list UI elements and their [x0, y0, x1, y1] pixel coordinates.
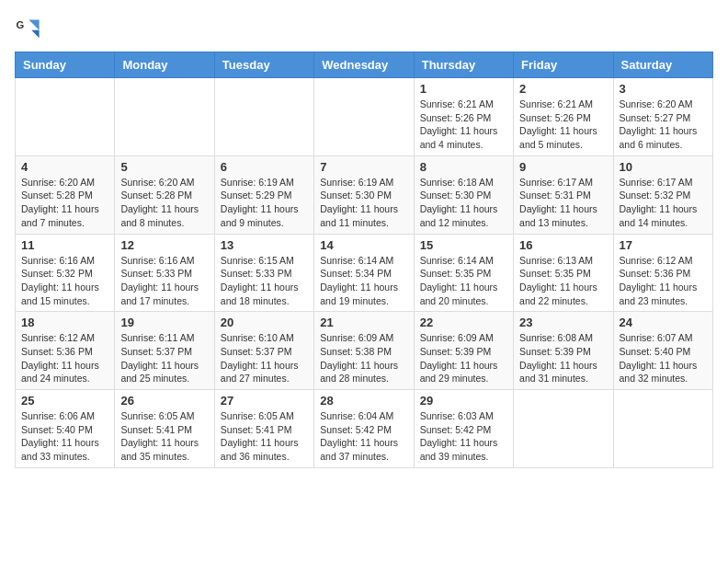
svg-marker-2 [31, 30, 39, 38]
day-number: 17 [620, 238, 707, 252]
day-info: Sunrise: 6:18 AMSunset: 5:30 PMDaylight:… [420, 176, 507, 230]
calendar-cell: 23Sunrise: 6:08 AMSunset: 5:39 PMDayligh… [514, 312, 613, 390]
day-number: 26 [120, 394, 208, 408]
calendar-cell [514, 390, 613, 468]
day-number: 9 [519, 160, 607, 174]
day-number: 3 [620, 82, 707, 96]
page-header: G [15, 15, 713, 40]
calendar-cell: 21Sunrise: 6:09 AMSunset: 5:38 PMDayligh… [314, 312, 414, 390]
day-info: Sunrise: 6:14 AMSunset: 5:35 PMDaylight:… [420, 254, 507, 308]
day-info: Sunrise: 6:13 AMSunset: 5:35 PMDaylight:… [519, 254, 607, 308]
logo: G [15, 15, 44, 40]
day-number: 28 [320, 394, 407, 408]
calendar-cell: 11Sunrise: 6:16 AMSunset: 5:32 PMDayligh… [16, 234, 115, 312]
day-number: 21 [320, 316, 407, 329]
calendar-cell: 16Sunrise: 6:13 AMSunset: 5:35 PMDayligh… [514, 234, 613, 312]
calendar-cell: 17Sunrise: 6:12 AMSunset: 5:36 PMDayligh… [613, 234, 712, 312]
svg-marker-1 [28, 20, 39, 30]
calendar-cell: 25Sunrise: 6:06 AMSunset: 5:40 PMDayligh… [16, 390, 115, 468]
day-number: 20 [221, 316, 308, 329]
day-number: 23 [519, 316, 607, 329]
calendar-cell [314, 78, 414, 156]
day-info: Sunrise: 6:05 AMSunset: 5:41 PMDaylight:… [221, 409, 308, 464]
calendar-week-1: 1Sunrise: 6:21 AMSunset: 5:26 PMDaylight… [16, 78, 713, 156]
weekday-header-saturday: Saturday [613, 52, 712, 78]
calendar-table: SundayMondayTuesdayWednesdayThursdayFrid… [15, 52, 713, 468]
weekday-header-tuesday: Tuesday [214, 52, 313, 78]
day-info: Sunrise: 6:16 AMSunset: 5:33 PMDaylight:… [120, 254, 208, 308]
calendar-cell: 15Sunrise: 6:14 AMSunset: 5:35 PMDayligh… [414, 234, 513, 312]
day-number: 14 [320, 238, 407, 252]
day-number: 22 [420, 316, 507, 329]
day-info: Sunrise: 6:05 AMSunset: 5:41 PMDaylight:… [120, 409, 208, 464]
day-info: Sunrise: 6:03 AMSunset: 5:42 PMDaylight:… [420, 409, 507, 464]
day-info: Sunrise: 6:19 AMSunset: 5:30 PMDaylight:… [320, 176, 407, 230]
calendar-cell: 20Sunrise: 6:10 AMSunset: 5:37 PMDayligh… [214, 312, 313, 390]
day-info: Sunrise: 6:17 AMSunset: 5:31 PMDaylight:… [519, 176, 607, 230]
day-info: Sunrise: 6:21 AMSunset: 5:26 PMDaylight:… [519, 98, 607, 152]
day-number: 10 [620, 160, 707, 174]
day-number: 12 [120, 238, 208, 252]
day-number: 29 [420, 394, 507, 408]
day-number: 2 [519, 82, 607, 96]
day-info: Sunrise: 6:19 AMSunset: 5:29 PMDaylight:… [221, 176, 308, 230]
calendar-cell: 14Sunrise: 6:14 AMSunset: 5:34 PMDayligh… [314, 234, 414, 312]
day-number: 4 [21, 160, 108, 174]
day-number: 11 [21, 238, 108, 252]
calendar-cell: 27Sunrise: 6:05 AMSunset: 5:41 PMDayligh… [214, 390, 313, 468]
calendar-cell: 28Sunrise: 6:04 AMSunset: 5:42 PMDayligh… [314, 390, 414, 468]
day-info: Sunrise: 6:15 AMSunset: 5:33 PMDaylight:… [221, 254, 308, 308]
day-number: 25 [21, 394, 108, 408]
day-number: 18 [21, 316, 108, 329]
day-info: Sunrise: 6:20 AMSunset: 5:28 PMDaylight:… [120, 176, 208, 230]
calendar-cell: 26Sunrise: 6:05 AMSunset: 5:41 PMDayligh… [115, 390, 214, 468]
calendar-cell: 18Sunrise: 6:12 AMSunset: 5:36 PMDayligh… [16, 312, 115, 390]
day-info: Sunrise: 6:21 AMSunset: 5:26 PMDaylight:… [420, 98, 507, 152]
weekday-header-friday: Friday [514, 52, 613, 78]
day-info: Sunrise: 6:04 AMSunset: 5:42 PMDaylight:… [320, 409, 407, 464]
day-info: Sunrise: 6:17 AMSunset: 5:32 PMDaylight:… [620, 176, 707, 230]
day-info: Sunrise: 6:14 AMSunset: 5:34 PMDaylight:… [320, 254, 407, 308]
day-info: Sunrise: 6:20 AMSunset: 5:27 PMDaylight:… [620, 98, 707, 152]
day-number: 5 [120, 160, 208, 174]
calendar-week-3: 11Sunrise: 6:16 AMSunset: 5:32 PMDayligh… [16, 234, 713, 312]
day-number: 13 [221, 238, 308, 252]
day-info: Sunrise: 6:10 AMSunset: 5:37 PMDaylight:… [221, 331, 308, 385]
day-number: 16 [519, 238, 607, 252]
calendar-cell [214, 78, 313, 156]
day-number: 6 [221, 160, 308, 174]
calendar-cell: 3Sunrise: 6:20 AMSunset: 5:27 PMDaylight… [613, 78, 712, 156]
calendar-cell: 4Sunrise: 6:20 AMSunset: 5:28 PMDaylight… [16, 155, 115, 234]
day-info: Sunrise: 6:11 AMSunset: 5:37 PMDaylight:… [120, 331, 208, 385]
calendar-cell: 22Sunrise: 6:09 AMSunset: 5:39 PMDayligh… [414, 312, 513, 390]
day-info: Sunrise: 6:20 AMSunset: 5:28 PMDaylight:… [21, 176, 108, 230]
logo-icon: G [15, 15, 40, 40]
calendar-cell: 2Sunrise: 6:21 AMSunset: 5:26 PMDaylight… [514, 78, 613, 156]
calendar-cell: 10Sunrise: 6:17 AMSunset: 5:32 PMDayligh… [613, 155, 712, 234]
calendar-cell: 5Sunrise: 6:20 AMSunset: 5:28 PMDaylight… [115, 155, 214, 234]
calendar-cell: 7Sunrise: 6:19 AMSunset: 5:30 PMDaylight… [314, 155, 414, 234]
day-info: Sunrise: 6:06 AMSunset: 5:40 PMDaylight:… [21, 409, 108, 464]
calendar-cell: 1Sunrise: 6:21 AMSunset: 5:26 PMDaylight… [414, 78, 513, 156]
calendar-cell [115, 78, 214, 156]
calendar-cell: 6Sunrise: 6:19 AMSunset: 5:29 PMDaylight… [214, 155, 313, 234]
day-number: 1 [420, 82, 507, 96]
day-info: Sunrise: 6:09 AMSunset: 5:39 PMDaylight:… [420, 331, 507, 385]
day-number: 8 [420, 160, 507, 174]
day-number: 19 [120, 316, 208, 329]
weekday-header-monday: Monday [115, 52, 214, 78]
day-number: 24 [620, 316, 707, 329]
calendar-week-2: 4Sunrise: 6:20 AMSunset: 5:28 PMDaylight… [16, 155, 713, 234]
calendar-cell: 9Sunrise: 6:17 AMSunset: 5:31 PMDaylight… [514, 155, 613, 234]
calendar-header-row: SundayMondayTuesdayWednesdayThursdayFrid… [16, 52, 713, 78]
svg-text:G: G [16, 19, 24, 30]
day-number: 15 [420, 238, 507, 252]
calendar-cell: 24Sunrise: 6:07 AMSunset: 5:40 PMDayligh… [613, 312, 712, 390]
calendar-cell: 12Sunrise: 6:16 AMSunset: 5:33 PMDayligh… [115, 234, 214, 312]
weekday-header-sunday: Sunday [16, 52, 115, 78]
calendar-cell [613, 390, 712, 468]
day-info: Sunrise: 6:12 AMSunset: 5:36 PMDaylight:… [21, 331, 108, 385]
calendar-cell: 8Sunrise: 6:18 AMSunset: 5:30 PMDaylight… [414, 155, 513, 234]
day-info: Sunrise: 6:08 AMSunset: 5:39 PMDaylight:… [519, 331, 607, 385]
day-info: Sunrise: 6:07 AMSunset: 5:40 PMDaylight:… [620, 331, 707, 385]
